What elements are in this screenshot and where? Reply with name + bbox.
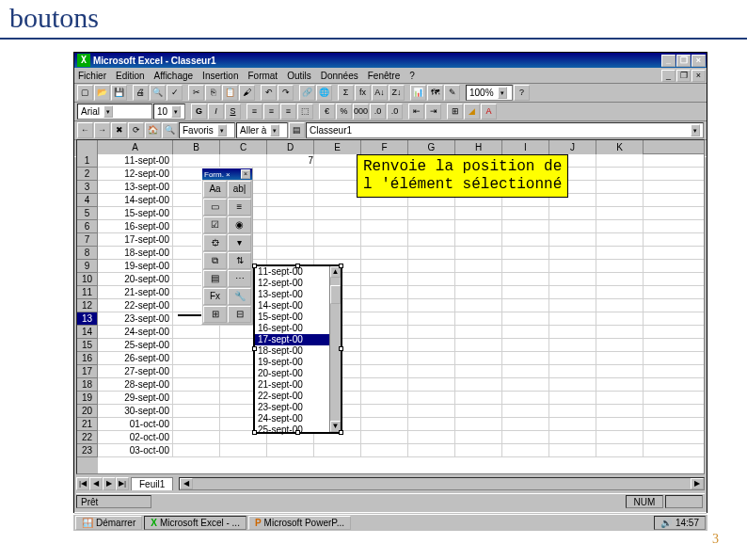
cell[interactable] — [455, 273, 502, 286]
tab-prev-icon[interactable]: ◀ — [89, 477, 103, 490]
cell[interactable]: 23-sept-00 — [98, 312, 173, 326]
row-header[interactable]: 22 — [77, 431, 98, 444]
row-header[interactable]: 19 — [77, 392, 98, 405]
cell[interactable] — [361, 378, 408, 392]
listbox-control[interactable]: 11-sept-0012-sept-0013-sept-0014-sept-00… — [253, 264, 342, 434]
cell[interactable] — [502, 326, 549, 339]
forward-icon[interactable]: → — [94, 122, 110, 138]
forms-tool-icon[interactable]: 🔧 — [228, 288, 251, 305]
cell[interactable] — [361, 392, 408, 405]
cell[interactable] — [596, 273, 644, 286]
forms-tool-icon[interactable]: Aa — [203, 181, 227, 198]
cut-icon[interactable]: ✂ — [188, 85, 204, 101]
menu-help[interactable]: ? — [409, 71, 415, 81]
fill-color-icon[interactable]: ◢ — [464, 104, 480, 120]
list-item[interactable]: 16-sept-00 — [255, 323, 341, 334]
cell[interactable] — [502, 365, 549, 378]
cell[interactable] — [361, 326, 408, 339]
cell[interactable] — [408, 352, 455, 365]
tab-last-icon[interactable]: ▶| — [116, 477, 129, 490]
cell[interactable] — [596, 378, 644, 392]
column-header[interactable]: D — [267, 140, 314, 154]
cell[interactable] — [408, 405, 455, 418]
cell[interactable] — [596, 326, 644, 339]
row-header[interactable]: 20 — [77, 405, 98, 418]
tab-next-icon[interactable]: ▶ — [103, 477, 116, 490]
cell[interactable]: 19-sept-00 — [98, 260, 173, 273]
toolbox-titlebar[interactable]: Form. × × — [202, 168, 252, 180]
cell[interactable] — [173, 431, 220, 444]
indent-dec-icon[interactable]: ⇤ — [408, 104, 424, 120]
cell[interactable] — [502, 207, 549, 220]
row-header[interactable]: 13 — [77, 312, 98, 326]
cell[interactable] — [455, 339, 502, 352]
row-header[interactable]: 2 — [77, 168, 98, 181]
column-header[interactable]: C — [220, 140, 267, 154]
cell[interactable] — [408, 418, 455, 431]
hscroll-right-icon[interactable]: ▶ — [691, 478, 704, 489]
list-item[interactable]: 23-sept-00 — [255, 402, 341, 413]
cell[interactable] — [549, 444, 596, 457]
cell[interactable] — [361, 233, 408, 247]
forms-tool-icon[interactable]: ⇅ — [228, 252, 251, 269]
font-size-select[interactable]: 10▾ — [153, 104, 185, 120]
cell[interactable]: 03-oct-00 — [98, 444, 173, 457]
cell[interactable] — [502, 444, 549, 457]
cell[interactable] — [361, 431, 408, 444]
cell[interactable]: 12-sept-00 — [98, 168, 173, 181]
cell[interactable]: 25-sept-00 — [98, 339, 173, 352]
cell[interactable]: 18-sept-00 — [98, 247, 173, 260]
cell[interactable]: 27-sept-00 — [98, 365, 173, 378]
cell[interactable] — [502, 392, 549, 405]
cell[interactable] — [408, 431, 455, 444]
column-header[interactable]: F — [361, 140, 408, 154]
forms-tool-icon[interactable]: ⊟ — [228, 306, 251, 323]
cell[interactable] — [502, 220, 549, 233]
cell[interactable] — [596, 418, 644, 431]
new-icon[interactable]: ▢ — [77, 85, 93, 101]
cell[interactable] — [314, 233, 361, 247]
cell[interactable] — [455, 431, 502, 444]
cell[interactable] — [455, 405, 502, 418]
cell[interactable] — [408, 220, 455, 233]
save-icon[interactable]: 💾 — [111, 85, 127, 101]
menu-format[interactable]: Format — [247, 71, 278, 81]
cell[interactable] — [314, 220, 361, 233]
cell[interactable] — [455, 365, 502, 378]
cell[interactable] — [502, 260, 549, 273]
row-header[interactable]: 17 — [77, 365, 98, 378]
align-left-icon[interactable]: ≡ — [246, 104, 262, 120]
row-header[interactable]: 12 — [77, 299, 98, 312]
list-item[interactable]: 25-sept-00 — [255, 424, 341, 436]
list-item[interactable]: 20-sept-00 — [255, 368, 341, 379]
undo-icon[interactable]: ↶ — [261, 85, 277, 101]
cell[interactable] — [455, 418, 502, 431]
cell[interactable] — [220, 154, 267, 168]
inc-decimal-icon[interactable]: .0 — [370, 104, 386, 120]
column-header[interactable]: K — [596, 140, 644, 154]
italic-icon[interactable]: I — [208, 104, 224, 120]
list-item[interactable]: 22-sept-00 — [255, 391, 341, 402]
minimize-button[interactable]: _ — [661, 55, 675, 67]
redo-icon[interactable]: ↷ — [278, 85, 294, 101]
forms-tool-icon[interactable]: ▤ — [203, 270, 227, 287]
cell[interactable] — [549, 392, 596, 405]
favorites-select[interactable]: Favoris▾ — [179, 122, 235, 138]
cell[interactable] — [596, 365, 644, 378]
cell[interactable] — [596, 194, 644, 207]
cell[interactable] — [408, 273, 455, 286]
cell[interactable] — [173, 326, 220, 339]
column-header[interactable]: E — [314, 140, 361, 154]
cell[interactable] — [596, 444, 644, 457]
list-item[interactable]: 13-sept-00 — [255, 289, 341, 300]
cell[interactable] — [549, 378, 596, 392]
web-icon[interactable]: 🌐 — [316, 85, 332, 101]
cell[interactable] — [173, 154, 220, 168]
forms-tool-icon[interactable]: ab| — [228, 181, 251, 198]
cell[interactable] — [502, 233, 549, 247]
doc-close-button[interactable]: × — [691, 70, 706, 82]
menu-edit[interactable]: Edition — [116, 71, 145, 81]
cell[interactable] — [502, 247, 549, 260]
forms-tool-icon[interactable]: ≡ — [228, 199, 251, 216]
cell[interactable] — [361, 444, 408, 457]
